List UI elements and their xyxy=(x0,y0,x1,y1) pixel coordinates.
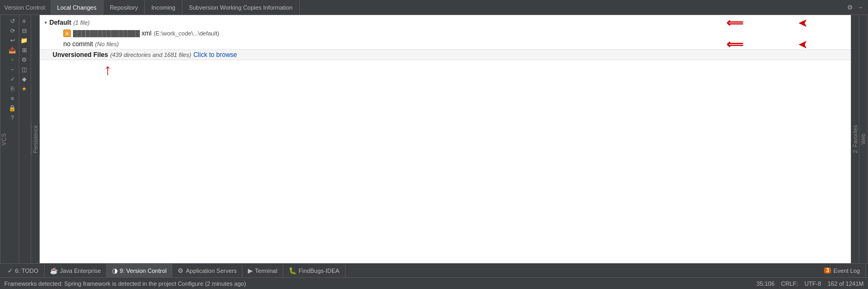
add-button[interactable]: + xyxy=(8,55,17,64)
java-icon: ☕ xyxy=(50,267,58,274)
line-ending: CRLF: xyxy=(781,280,798,287)
tab-terminal[interactable]: ▶ Terminal xyxy=(242,264,283,277)
tab-findbugs[interactable]: 🐛 FindBugs-IDEA xyxy=(283,264,345,277)
file-type: xml xyxy=(142,30,152,37)
default-group-row[interactable]: ▾ Default (1 file) ⟸ ➤ xyxy=(40,17,851,28)
terminal-label: Terminal xyxy=(255,268,277,274)
right-side-labels: 2: Favorites Web xyxy=(851,15,868,263)
settings2-button[interactable]: ⚙ xyxy=(19,55,29,64)
unversioned-files-row[interactable]: Unversioned Files (439 directories and 1… xyxy=(40,49,851,60)
todo-label: 6: TODO xyxy=(15,268,39,274)
version-control-tab-bar: Version Control: Local Changes Repositor… xyxy=(0,0,868,15)
copy-button[interactable]: ⎘ xyxy=(8,84,17,93)
tab-local-changes[interactable]: Local Changes xyxy=(50,0,103,15)
show-diff-button[interactable]: ⊞ xyxy=(19,45,29,55)
arrow-up-annotation: ↑ xyxy=(40,60,851,82)
no-commit-label: no commit xyxy=(63,40,93,48)
refresh-button[interactable]: ↺ xyxy=(8,16,17,26)
star-button[interactable]: ★ xyxy=(19,84,29,93)
tag-button[interactable]: ◆ xyxy=(19,74,29,84)
no-commit-detail: (No files) xyxy=(95,41,119,47)
remove-button[interactable]: − xyxy=(8,64,17,74)
tab-repository[interactable]: Repository xyxy=(104,0,145,15)
default-file-count: (1 file) xyxy=(73,19,90,26)
status-message: Frameworks detected: Spring framework is… xyxy=(4,280,752,287)
diff-button[interactable]: ≡ xyxy=(8,93,17,103)
xml-file-icon: X xyxy=(63,30,71,37)
tab-app-servers[interactable]: ⚙ Application Servers xyxy=(172,264,242,277)
side-labels: VCS ↺ ⟳ ↩ 📥 + − ✓ ⎘ ≡ 🔒 ? ≡ ⊟ 📁 ⊞ ⚙ ◫ ◆ … xyxy=(0,15,40,263)
tab-icon-buttons: ⚙ − xyxy=(842,0,868,15)
encoding: UTF-8 xyxy=(805,280,821,287)
group-by-dir-button[interactable]: 📁 xyxy=(19,35,29,45)
event-log-tab[interactable]: 3 Event Log xyxy=(819,264,866,277)
main-area: VCS ↺ ⟳ ↩ 📥 + − ✓ ⎘ ≡ 🔒 ? ≡ ⊟ 📁 ⊞ ⚙ ◫ ◆ … xyxy=(0,15,868,263)
undo-button[interactable]: ↩ xyxy=(8,35,17,45)
findbugs-icon: 🐛 xyxy=(289,267,297,274)
server-icon: ⚙ xyxy=(178,267,183,274)
web-label[interactable]: Web xyxy=(859,15,868,263)
view-options-button[interactable]: ◫ xyxy=(19,64,29,74)
favorites-label[interactable]: 2: Favorites xyxy=(851,15,859,263)
bottom-tab-bar: ✓ 6: TODO ☕ Java Enterprise ◑ 9: Version… xyxy=(0,263,868,277)
click-to-browse-link[interactable]: Click to browse xyxy=(193,51,237,59)
minimize-icon[interactable]: − xyxy=(856,3,865,12)
cursor-position: 35:106 xyxy=(756,280,775,287)
settings-icon[interactable]: ⚙ xyxy=(845,3,854,12)
tab-java-enterprise[interactable]: ☕ Java Enterprise xyxy=(45,264,107,277)
unversioned-label: Unversioned Files xyxy=(53,51,108,59)
expand-all-button[interactable]: ≡ xyxy=(19,16,29,26)
java-label: Java Enterprise xyxy=(60,268,101,274)
content-panel: ▾ Default (1 file) ⟸ ➤ X ███████████████… xyxy=(40,15,851,263)
expand-icon[interactable]: ▾ xyxy=(42,19,49,26)
default-group-label: Default xyxy=(49,19,71,26)
findbugs-label: FindBugs-IDEA xyxy=(299,268,340,274)
todo-icon: ✓ xyxy=(8,267,13,274)
vc-label: 9: Version Control xyxy=(120,268,166,274)
help-button[interactable]: ? xyxy=(8,113,17,122)
tab-incoming[interactable]: Incoming xyxy=(145,0,182,15)
lock-button[interactable]: 🔒 xyxy=(8,103,17,113)
file-tree: ▾ Default (1 file) ⟸ ➤ X ███████████████… xyxy=(40,15,851,263)
tab-subversion[interactable]: Subversion Working Copies Information xyxy=(182,0,300,15)
status-right: 35:106 CRLF: UTF-8 162 of 1241M xyxy=(756,280,864,287)
file-name-blurred: ████████████████ xyxy=(73,30,140,37)
event-log-badge: 3 xyxy=(824,268,832,273)
no-commit-row[interactable]: no commit (No files) xyxy=(40,39,851,49)
server-label: Application Servers xyxy=(186,268,237,274)
persistence-label[interactable]: Persistence xyxy=(31,123,40,155)
unversioned-detail: (439 directories and 1681 files) xyxy=(110,52,191,58)
commit-button[interactable]: ✓ xyxy=(8,74,17,84)
terminal-icon: ▶ xyxy=(248,267,253,274)
file-row[interactable]: X ████████████████ xml (E:\work_code\...… xyxy=(40,28,851,39)
tab-spacer xyxy=(300,0,843,15)
version-control-label: Version Control: xyxy=(0,0,50,15)
file-path: (E:\work_code\...\default) xyxy=(153,30,219,37)
collapse-all-button[interactable]: ⊟ xyxy=(19,26,29,35)
update-button[interactable]: ⟳ xyxy=(8,26,17,35)
no-commit-row-wrapper: no commit (No files) ⟸ ➤ xyxy=(40,39,851,49)
status-bar: Frameworks detected: Spring framework is… xyxy=(0,277,868,289)
event-log-label: Event Log xyxy=(833,268,860,274)
shelve-button[interactable]: 📥 xyxy=(8,45,17,55)
tab-todo[interactable]: ✓ 6: TODO xyxy=(2,264,45,277)
tab-version-control[interactable]: ◑ 9: Version Control xyxy=(107,264,172,277)
vc-icon: ◑ xyxy=(112,267,117,274)
memory-usage: 162 of 1241M xyxy=(828,280,864,287)
vcs-side-label[interactable]: VCS xyxy=(0,15,8,263)
